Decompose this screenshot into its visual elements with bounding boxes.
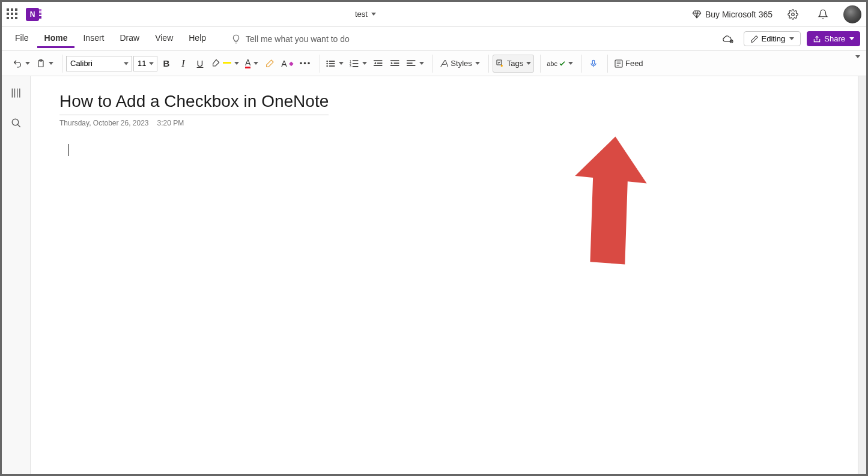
decrease-indent-button[interactable] xyxy=(371,55,386,73)
tag-icon xyxy=(496,59,505,68)
feed-label: Feed xyxy=(625,59,643,68)
font-name-select[interactable] xyxy=(66,56,132,71)
menu-bar: File Home Insert Draw View Help Tell me … xyxy=(2,27,866,51)
paste-button[interactable] xyxy=(34,55,56,73)
notebooks-button[interactable] xyxy=(7,83,26,103)
svg-point-4 xyxy=(327,60,328,61)
tab-insert[interactable]: Insert xyxy=(76,29,111,48)
document-title: test xyxy=(355,10,368,19)
ribbon-expand-button[interactable] xyxy=(854,58,860,69)
chevron-down-icon xyxy=(371,13,376,16)
indent-icon xyxy=(390,59,400,68)
more-font-options-button[interactable]: ••• xyxy=(297,55,314,73)
italic-icon: I xyxy=(181,58,184,69)
tab-help[interactable]: Help xyxy=(181,29,213,48)
clipboard-icon xyxy=(36,58,46,69)
align-button[interactable] xyxy=(404,55,426,73)
chevron-down-icon xyxy=(526,62,531,65)
chevron-down-icon xyxy=(789,37,794,40)
ribbon-toolbar: B I U A A◆ ••• 123 xyxy=(2,51,866,76)
svg-rect-26 xyxy=(592,60,595,64)
italic-button[interactable]: I xyxy=(175,55,191,73)
page-time: 3:20 PM xyxy=(157,119,184,127)
tags-button[interactable]: Tags xyxy=(493,55,534,73)
format-painter-button[interactable]: A◆ xyxy=(279,55,296,73)
page-title[interactable]: How to Add a Checkbox in OneNote xyxy=(59,92,329,115)
chevron-down-icon xyxy=(475,62,480,65)
microphone-icon xyxy=(589,58,598,69)
chevron-down-icon xyxy=(419,62,424,65)
editing-mode-button[interactable]: Editing xyxy=(744,31,801,46)
search-button[interactable] xyxy=(7,113,26,133)
styles-label: Styles xyxy=(451,59,472,68)
svg-text:3: 3 xyxy=(350,65,351,68)
svg-rect-13 xyxy=(353,63,359,64)
tab-view[interactable]: View xyxy=(148,29,180,48)
tab-draw[interactable]: Draw xyxy=(112,29,147,48)
feed-icon xyxy=(614,59,624,68)
numbering-button[interactable]: 123 xyxy=(347,55,369,73)
tell-me-placeholder: Tell me what you want to do xyxy=(246,34,350,44)
clear-formatting-button[interactable] xyxy=(262,55,278,73)
document-title-dropdown[interactable]: test xyxy=(39,10,692,19)
font-size-input[interactable] xyxy=(133,56,157,71)
svg-rect-7 xyxy=(329,63,335,64)
tab-home[interactable]: Home xyxy=(37,29,75,48)
svg-rect-9 xyxy=(329,65,335,67)
onenote-logo-icon[interactable]: N xyxy=(26,8,39,21)
navigation-rail xyxy=(2,76,31,474)
font-name-input[interactable] xyxy=(66,56,132,71)
undo-button[interactable] xyxy=(10,55,32,73)
chevron-down-icon xyxy=(855,55,860,68)
svg-rect-23 xyxy=(407,62,413,64)
tell-me-search[interactable]: Tell me what you want to do xyxy=(231,34,350,44)
chevron-down-icon xyxy=(339,62,344,65)
notebooks-icon xyxy=(10,87,22,99)
user-avatar[interactable] xyxy=(843,5,861,23)
svg-point-8 xyxy=(327,65,328,66)
chevron-down-icon xyxy=(49,62,53,65)
vertical-scrollbar[interactable] xyxy=(858,76,866,474)
bullet-list-icon xyxy=(326,59,336,68)
tags-label: Tags xyxy=(507,59,523,68)
font-color-button[interactable]: A xyxy=(243,55,261,73)
notifications-button[interactable] xyxy=(813,5,833,24)
ellipsis-icon: ••• xyxy=(300,59,312,68)
chevron-down-icon xyxy=(25,62,30,65)
highlight-button[interactable] xyxy=(209,55,241,73)
svg-rect-19 xyxy=(390,60,399,61)
diamond-icon xyxy=(692,10,702,19)
align-left-icon xyxy=(407,59,416,68)
buy-microsoft-365-link[interactable]: Buy Microsoft 365 xyxy=(692,10,772,19)
font-size-select[interactable] xyxy=(133,56,157,71)
svg-rect-16 xyxy=(374,60,382,61)
underline-button[interactable]: U xyxy=(192,55,208,73)
cloud-sync-icon xyxy=(722,34,734,44)
increase-indent-button[interactable] xyxy=(387,55,403,73)
bullets-button[interactable] xyxy=(324,55,346,73)
svg-rect-11 xyxy=(353,60,359,61)
chevron-down-icon xyxy=(234,62,239,65)
title-bar: N test Buy Microsoft 365 xyxy=(2,2,866,27)
settings-button[interactable] xyxy=(783,5,803,24)
workspace: How to Add a Checkbox in OneNote Thursda… xyxy=(2,76,866,474)
search-icon xyxy=(11,118,22,128)
page-canvas[interactable]: How to Add a Checkbox in OneNote Thursda… xyxy=(31,76,858,474)
chevron-down-icon xyxy=(568,62,573,65)
bell-icon xyxy=(818,9,828,20)
svg-rect-21 xyxy=(390,65,399,66)
buy-label: Buy Microsoft 365 xyxy=(705,10,772,19)
bold-button[interactable]: B xyxy=(159,55,174,73)
sync-status-button[interactable] xyxy=(718,29,738,49)
dictate-button[interactable] xyxy=(586,55,601,73)
share-button[interactable]: Share xyxy=(807,31,860,46)
spellcheck-icon: abc xyxy=(547,60,557,67)
tab-file[interactable]: File xyxy=(8,29,36,48)
feed-button[interactable]: Feed xyxy=(612,55,646,73)
outdent-icon xyxy=(374,59,383,68)
spelling-button[interactable]: abc xyxy=(544,55,575,73)
app-launcher-icon[interactable] xyxy=(7,8,19,20)
annotation-arrow-icon xyxy=(572,136,651,274)
gear-icon xyxy=(788,9,798,20)
styles-button[interactable]: Styles xyxy=(437,55,482,73)
